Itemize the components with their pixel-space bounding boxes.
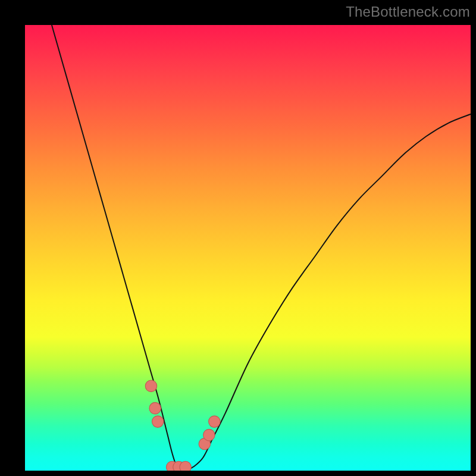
curve-marker xyxy=(203,429,215,440)
curve-marker xyxy=(180,461,191,471)
watermark-text: TheBottleneck.com xyxy=(346,4,470,20)
chart-curve xyxy=(52,25,471,471)
curve-marker xyxy=(149,402,161,414)
curve-marker xyxy=(152,416,163,427)
chart-plot-area xyxy=(25,25,471,471)
chart-svg xyxy=(25,25,471,471)
curve-path xyxy=(52,25,471,471)
chart-stage: TheBottleneck.com xyxy=(0,0,476,476)
curve-marker xyxy=(145,380,156,392)
curve-marker xyxy=(209,416,220,427)
